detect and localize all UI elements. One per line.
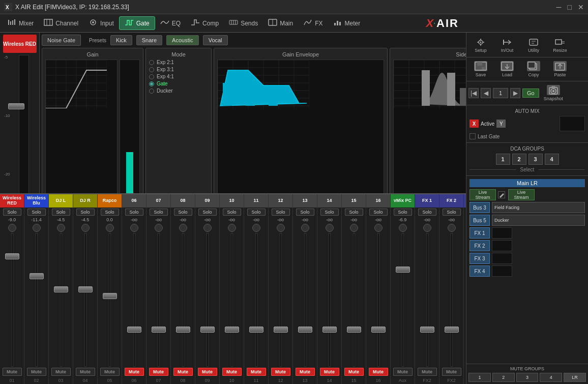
ch-handle-FX2[interactable] <box>420 327 434 333</box>
lr-bus5-btn[interactable]: Bus 5 <box>469 215 490 226</box>
ch-mute-FX2[interactable]: Mute <box>442 368 461 376</box>
ch-solo-05[interactable]: Solo <box>101 209 119 216</box>
nav-mixer[interactable]: Mixer <box>2 17 39 29</box>
mode-exp21[interactable]: Exp 2:1 <box>149 60 208 65</box>
resize-button[interactable]: Resize <box>548 35 572 55</box>
ch-knob-01[interactable] <box>8 224 16 232</box>
preset-snare-button[interactable]: Snare <box>136 35 162 45</box>
close-btn[interactable]: ✕ <box>578 3 584 11</box>
ch-handle-07[interactable] <box>152 327 166 333</box>
ch-handle-10[interactable] <box>225 327 239 333</box>
load-button[interactable]: Load <box>495 60 519 79</box>
lr-fx1-btn[interactable]: FX 1 <box>469 227 490 239</box>
mg-btn-4[interactable]: 4 <box>540 373 562 382</box>
dca-btn-4[interactable]: 4 <box>545 154 559 165</box>
ch-mute-08[interactable]: Mute <box>173 368 193 376</box>
ch-knob-FX2[interactable] <box>448 224 456 232</box>
mg-btn-lr[interactable]: LR <box>564 373 586 382</box>
ch-solo-01[interactable]: Solo <box>3 209 21 216</box>
ch-solo-15[interactable]: Solo <box>345 209 363 216</box>
lr-fx4-btn[interactable]: FX 4 <box>469 265 490 277</box>
nav-fx[interactable]: FX <box>298 17 328 29</box>
dca-btn-3[interactable]: 3 <box>528 154 543 165</box>
ch-handle-15[interactable] <box>347 327 361 333</box>
ch-handle-01[interactable] <box>5 253 19 259</box>
noise-gate-button[interactable]: Noise Gate <box>42 35 81 46</box>
ch-solo-03[interactable]: Solo <box>52 209 70 216</box>
ch-mute-04[interactable]: Mute <box>76 368 95 376</box>
ch-mute-06[interactable]: Mute <box>125 368 144 376</box>
ch-solo-14[interactable]: Solo <box>320 209 339 216</box>
preset-acoustic-button[interactable]: Acoustic <box>166 35 199 45</box>
ch-handle-04[interactable] <box>78 286 93 292</box>
ch-solo-09[interactable]: Solo <box>198 209 217 216</box>
ch-handle-08[interactable] <box>176 327 190 333</box>
ch-knob-05[interactable] <box>106 224 114 232</box>
snap-back-btn[interactable]: ◀ <box>481 88 491 98</box>
setup-button[interactable]: Setup <box>468 35 493 55</box>
lr-bus3-btn[interactable]: Bus 3 <box>469 202 490 213</box>
snap-prev-btn[interactable]: |◀ <box>468 88 479 98</box>
ch-mute-07[interactable]: Mute <box>149 368 168 376</box>
ch-handle-14[interactable] <box>322 327 337 333</box>
snap-go-button[interactable]: Go <box>522 88 539 98</box>
nav-input[interactable]: Input <box>83 17 119 29</box>
ch-knob-12[interactable] <box>277 224 285 232</box>
save-button[interactable]: Save <box>468 60 493 79</box>
nav-channel[interactable]: Channel <box>39 17 83 29</box>
ch-solo-13[interactable]: Solo <box>296 209 314 216</box>
ch-solo-07[interactable]: Solo <box>150 209 168 216</box>
ch-knob-04[interactable] <box>81 224 90 232</box>
nav-gate[interactable]: Gate <box>119 16 155 30</box>
ch-handle-13[interactable] <box>298 327 312 333</box>
mg-btn-1[interactable]: 1 <box>468 373 491 382</box>
mode-exp31[interactable]: Exp 3:1 <box>149 67 208 72</box>
ch-handle-05[interactable] <box>103 293 117 299</box>
ch-mute-14[interactable]: Mute <box>320 368 339 376</box>
nav-main[interactable]: Main <box>263 17 298 29</box>
copy-button[interactable]: Copy <box>521 60 546 79</box>
maximize-btn[interactable]: □ <box>568 3 572 11</box>
ch-mute-05[interactable]: Mute <box>100 368 120 376</box>
ch-handle-16[interactable] <box>371 327 386 333</box>
ch-knob-06[interactable] <box>130 224 138 232</box>
ch-knob-02[interactable] <box>33 224 41 232</box>
utility-button[interactable]: Utility <box>521 35 546 55</box>
lr-edit-icon-1[interactable] <box>498 191 505 198</box>
nav-sends[interactable]: Sends <box>224 17 263 29</box>
mg-btn-2[interactable]: 2 <box>492 373 515 382</box>
dca-btn-1[interactable]: 1 <box>496 154 510 165</box>
ch-knob-15[interactable] <box>350 224 358 232</box>
ch-mute-12[interactable]: Mute <box>271 368 290 376</box>
ch-mute-03[interactable]: Mute <box>51 368 71 376</box>
ch-solo-FX2[interactable]: Solo <box>443 209 461 216</box>
snap-fwd-btn[interactable]: ▶ <box>510 88 520 98</box>
ch-knob-10[interactable] <box>228 224 236 232</box>
ch-mute-11[interactable]: Mute <box>247 368 266 376</box>
ch-solo-16[interactable]: Solo <box>369 209 388 216</box>
ch-mute-02[interactable]: Mute <box>27 368 46 376</box>
nav-comp[interactable]: Comp <box>186 17 224 29</box>
preset-vocal-button[interactable]: Vocal <box>203 35 228 45</box>
ch-handle-FX2[interactable] <box>445 327 459 333</box>
automix-x-btn[interactable]: X <box>469 120 479 128</box>
ch-knob-11[interactable] <box>252 224 260 232</box>
ch-solo-12[interactable]: Solo <box>272 209 290 216</box>
ch-solo-10[interactable]: Solo <box>223 209 241 216</box>
ch-solo-11[interactable]: Solo <box>247 209 266 216</box>
ch-knob-03[interactable] <box>57 224 65 232</box>
ch-handle-02[interactable] <box>30 273 44 279</box>
ch-knob-09[interactable] <box>203 224 212 232</box>
ch-solo-FX2[interactable]: Solo <box>418 209 436 216</box>
snapshot-button[interactable]: Snapshot <box>541 83 566 103</box>
mg-btn-3[interactable]: 3 <box>516 373 539 382</box>
ch-handle-06[interactable] <box>127 327 141 333</box>
ch-handle-09[interactable] <box>200 327 215 333</box>
lr-fx3-btn[interactable]: FX 3 <box>469 253 490 264</box>
ch-mute-09[interactable]: Mute <box>198 368 217 376</box>
ch-mute-Aux[interactable]: Mute <box>393 368 413 376</box>
ch-knob-14[interactable] <box>326 224 334 232</box>
ch-solo-08[interactable]: Solo <box>174 209 192 216</box>
preset-kick-button[interactable]: Kick <box>110 35 132 45</box>
ch-mute-FX2[interactable]: Mute <box>418 368 437 376</box>
